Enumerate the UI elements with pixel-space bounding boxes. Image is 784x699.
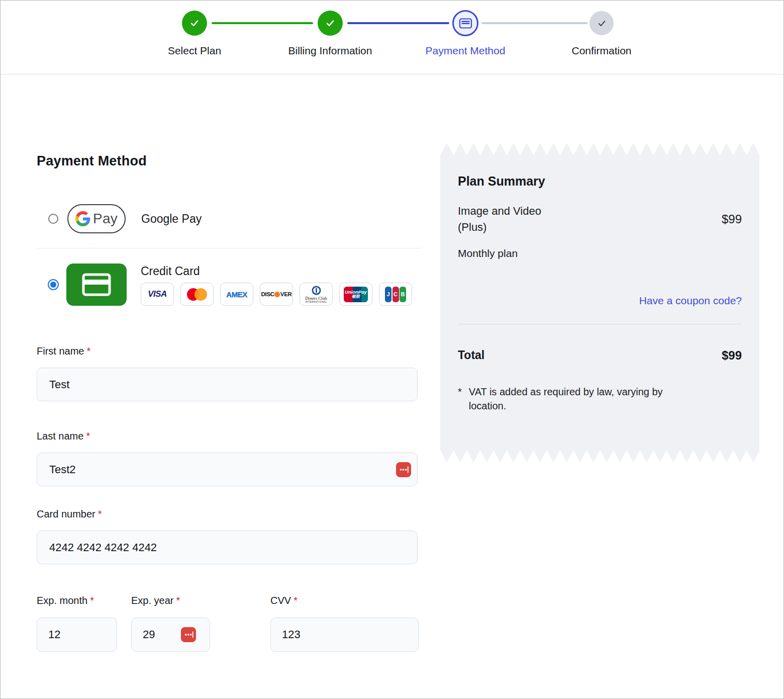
required-asterisk: * (90, 595, 94, 606)
required-asterisk: * (293, 595, 298, 606)
check-icon (324, 17, 336, 29)
coupon-row: Have a coupon code? (458, 295, 742, 307)
card-brand-row: VISA AMEX DISC VER (141, 283, 412, 306)
google-pay-logo[interactable]: Pay (67, 204, 126, 233)
step-label-payment-method: Payment Method (426, 45, 506, 57)
mastercard-brand-icon (180, 283, 214, 306)
credit-card-label: Credit Card (141, 265, 412, 278)
exp-month-label: Exp. month* (37, 595, 117, 606)
step-label-select-plan[interactable]: Select Plan (168, 45, 221, 57)
plan-name: Image and Video (Plus) (458, 203, 541, 235)
credit-card-tile-icon[interactable] (66, 264, 127, 306)
summary-divider (458, 324, 742, 324)
payment-method-heading: Payment Method (37, 74, 421, 169)
credit-card-details: Credit Card VISA AMEX DI (141, 264, 412, 306)
discover-brand-icon: DISC VER (260, 283, 293, 306)
diners-circle-icon (312, 286, 321, 295)
card-number-label: Card number* (37, 508, 421, 520)
exp-month-input[interactable] (37, 618, 117, 652)
unionpay-brand-icon: UnionPay 银联 (339, 283, 372, 306)
required-asterisk: * (86, 430, 90, 442)
total-value: $99 (722, 348, 742, 363)
exp-month-field: Exp. month* (37, 595, 117, 652)
plan-summary-body: Plan Summary Image and Video (Plus) $99 … (440, 155, 759, 450)
step-label-confirmation: Confirmation (571, 45, 631, 57)
checkout-page: Select Plan Billing Information Payment … (0, 0, 784, 699)
credit-card-icon (82, 273, 111, 296)
step-label-billing-information[interactable]: Billing Information (288, 45, 372, 57)
jcb-brand-icon: J C B (379, 283, 412, 306)
receipt-zigzag-bottom (440, 450, 759, 463)
google-pay-option[interactable]: Pay Google Pay (37, 204, 421, 233)
check-icon (596, 18, 608, 29)
checkout-stepper: Select Plan Billing Information Payment … (1, 1, 783, 74)
exp-year-input[interactable] (131, 618, 210, 652)
radio-dot (50, 282, 56, 288)
discover-orange-dot (274, 292, 280, 297)
google-pay-radio[interactable] (48, 214, 58, 224)
last-name-label: Last name* (37, 430, 421, 442)
plan-line-item: Image and Video (Plus) $99 (458, 203, 742, 235)
first-name-label: First name* (37, 345, 421, 357)
password-manager-autofill-icon[interactable] (396, 462, 411, 477)
step-billing-done-icon[interactable] (318, 11, 343, 36)
amex-brand-icon: AMEX (220, 283, 253, 306)
expiry-cvv-row: Exp. month* Exp. year* (37, 595, 421, 652)
cvv-input[interactable] (270, 618, 419, 652)
required-asterisk: * (98, 508, 102, 519)
total-row: Total $99 (458, 328, 742, 363)
credit-card-radio[interactable] (48, 279, 59, 290)
coupon-code-link[interactable]: Have a coupon code? (639, 295, 742, 306)
plan-summary-title: Plan Summary (458, 174, 742, 189)
google-g-icon (75, 211, 90, 226)
check-icon (188, 17, 201, 29)
credit-card-option[interactable]: Credit Card VISA AMEX DI (37, 264, 421, 306)
stepper-connector-done (212, 22, 313, 24)
vat-note-text: VAT is added as required by law, varying… (469, 385, 699, 413)
receipt-zigzag-top (440, 142, 759, 155)
exp-year-label: Exp. year* (131, 595, 210, 606)
plan-price: $99 (722, 212, 742, 226)
stepper-connector-active (347, 22, 449, 24)
checkout-main: Payment Method Pay Google Pay (1, 74, 783, 652)
google-pay-label: Google Pay (141, 212, 202, 226)
vat-note-marker: * (458, 385, 462, 413)
stepper-connector-upcoming (481, 22, 587, 24)
gpay-pay-text: Pay (93, 211, 118, 227)
plan-summary-card: Plan Summary Image and Video (Plus) $99 … (440, 142, 759, 463)
billing-cycle: Monthly plan (458, 247, 742, 259)
diners-club-brand-icon: Diners Club INTERNATIONAL (300, 283, 333, 306)
credit-card-icon (459, 18, 472, 29)
cvv-field: CVV* (270, 595, 419, 652)
step-confirmation-icon (590, 11, 614, 35)
payment-method-section: Payment Method Pay Google Pay (1, 74, 421, 652)
password-manager-autofill-icon[interactable] (181, 627, 196, 642)
required-asterisk: * (86, 345, 90, 357)
total-label: Total (458, 348, 484, 363)
option-divider (37, 248, 421, 248)
last-name-input[interactable] (37, 453, 418, 486)
cvv-label: CVV* (270, 595, 419, 606)
first-name-input[interactable] (37, 368, 418, 401)
card-number-input[interactable] (37, 531, 418, 564)
step-payment-current-icon[interactable] (452, 10, 478, 36)
visa-brand-icon: VISA (141, 283, 174, 306)
required-asterisk: * (176, 595, 180, 606)
exp-year-field: Exp. year* (131, 595, 210, 652)
vat-note: * VAT is added as required by law, varyi… (458, 385, 699, 413)
step-select-plan-done-icon[interactable] (182, 11, 207, 36)
